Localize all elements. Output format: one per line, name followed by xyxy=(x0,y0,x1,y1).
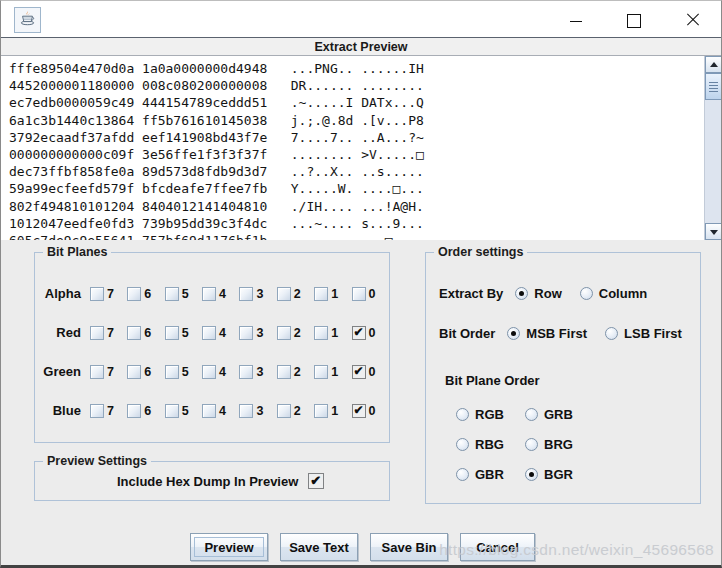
bit-plane-order-radio-bgr[interactable] xyxy=(525,468,538,481)
bit-number-label: 0 xyxy=(369,365,376,379)
bit-cell: 6 xyxy=(127,404,164,418)
bit-number-label: 4 xyxy=(219,365,226,379)
hex-line: 1012047eedfe0fd3 739b95dd39c3f4dc ...~..… xyxy=(9,215,703,232)
green-bit-5-checkbox[interactable] xyxy=(165,365,179,379)
scroll-down-icon[interactable] xyxy=(705,223,722,240)
channel-label: Alpha xyxy=(35,286,81,301)
red-bit-2-checkbox[interactable] xyxy=(277,326,291,340)
bit-planes-title: Bit Planes xyxy=(43,245,111,259)
alpha-bit-0-checkbox[interactable] xyxy=(352,287,366,301)
bit-cell: 7 xyxy=(90,326,127,340)
scroll-up-icon[interactable] xyxy=(705,56,722,73)
bit-plane-order-radio-gbr[interactable] xyxy=(456,468,469,481)
red-bit-7-checkbox[interactable] xyxy=(90,326,104,340)
blue-bit-7-checkbox[interactable] xyxy=(90,404,104,418)
green-bit-2-checkbox[interactable] xyxy=(277,365,291,379)
red-bit-5-checkbox[interactable] xyxy=(165,326,179,340)
bit-number-label: 7 xyxy=(107,326,114,340)
bit-number-label: 1 xyxy=(331,287,338,301)
bit-number-label: 1 xyxy=(331,404,338,418)
bit-cell: 3 xyxy=(239,287,276,301)
bit-order-label: Bit Order xyxy=(439,326,495,341)
hex-line: 4452000001180000 008c080200000008 DR....… xyxy=(9,77,703,94)
bit-plane-order-option: RGB xyxy=(456,407,525,422)
bit-order-radio-lsb-first[interactable] xyxy=(605,327,618,340)
preview-settings-title: Preview Settings xyxy=(43,454,151,468)
save-bin-button[interactable]: Save Bin xyxy=(370,533,448,561)
blue-bit-3-checkbox[interactable] xyxy=(239,404,253,418)
bit-cell: 1 xyxy=(314,404,351,418)
red-bit-1-checkbox[interactable] xyxy=(314,326,328,340)
green-bit-6-checkbox[interactable] xyxy=(127,365,141,379)
save-text-button[interactable]: Save Text xyxy=(280,533,358,561)
hex-line: 605c7de9c9e55641 757bf69d1176bf1b ......… xyxy=(9,232,703,240)
channel-label: Blue xyxy=(35,403,81,418)
bit-cell: 3 xyxy=(239,326,276,340)
window-menu-button[interactable] xyxy=(14,7,41,33)
green-bit-7-checkbox[interactable] xyxy=(90,365,104,379)
bit-plane-order-radio-brg[interactable] xyxy=(525,438,538,451)
green-bit-3-checkbox[interactable] xyxy=(239,365,253,379)
alpha-bit-1-checkbox[interactable] xyxy=(314,287,328,301)
hex-line: 000000000000c09f 3e56ffe1f3f3f37f ......… xyxy=(9,146,703,163)
bit-plane-order-option: BGR xyxy=(525,467,573,482)
bit-number-label: 6 xyxy=(144,326,151,340)
red-bit-6-checkbox[interactable] xyxy=(127,326,141,340)
alpha-bit-7-checkbox[interactable] xyxy=(90,287,104,301)
close-icon[interactable] xyxy=(686,13,700,27)
bit-number-label: 3 xyxy=(256,365,263,379)
bit-plane-order-option: GBR xyxy=(456,467,525,482)
bit-cell: 0 xyxy=(352,326,389,340)
alpha-bit-6-checkbox[interactable] xyxy=(127,287,141,301)
blue-bit-6-checkbox[interactable] xyxy=(127,404,141,418)
alpha-bit-5-checkbox[interactable] xyxy=(165,287,179,301)
scrollbar-thumb[interactable] xyxy=(705,73,722,100)
bit-cell: 6 xyxy=(127,287,164,301)
bit-plane-order-radio-grb[interactable] xyxy=(525,408,538,421)
preview-button[interactable]: Preview xyxy=(190,533,268,561)
red-bit-3-checkbox[interactable] xyxy=(239,326,253,340)
include-hex-dump-checkbox[interactable] xyxy=(308,473,324,489)
bit-plane-order-radio-rgb[interactable] xyxy=(456,408,469,421)
bit-number-label: 6 xyxy=(144,287,151,301)
bit-plane-order-option-label: GBR xyxy=(475,467,504,482)
bit-cell: 2 xyxy=(277,404,314,418)
extract-by-option: Column xyxy=(580,286,647,301)
bit-number-label: 3 xyxy=(256,404,263,418)
bit-number-label: 7 xyxy=(107,365,114,379)
dialog-buttons: Preview Save Text Save Bin Cancel xyxy=(190,533,535,561)
alpha-bit-2-checkbox[interactable] xyxy=(277,287,291,301)
extract-by-radio-column[interactable] xyxy=(580,287,593,300)
bit-plane-order-option-label: RGB xyxy=(475,407,504,422)
bit-order-radio-msb-first[interactable] xyxy=(507,327,520,340)
extract-by-radio-row[interactable] xyxy=(515,287,528,300)
red-bit-0-checkbox[interactable] xyxy=(352,326,366,340)
green-bit-1-checkbox[interactable] xyxy=(314,365,328,379)
bit-number-label: 1 xyxy=(331,365,338,379)
green-bit-0-checkbox[interactable] xyxy=(352,365,366,379)
bit-number-label: 4 xyxy=(219,404,226,418)
alpha-bit-4-checkbox[interactable] xyxy=(202,287,216,301)
bit-cell: 2 xyxy=(277,365,314,379)
bit-plane-order-option: BRG xyxy=(525,437,573,452)
bit-plane-row: Red76543210 xyxy=(35,313,389,352)
blue-bit-1-checkbox[interactable] xyxy=(314,404,328,418)
bit-plane-order-option-label: RBG xyxy=(475,437,504,452)
green-bit-4-checkbox[interactable] xyxy=(202,365,216,379)
bit-number-label: 2 xyxy=(294,404,301,418)
cancel-button[interactable]: Cancel xyxy=(460,533,535,561)
bit-plane-order-grid: RGBGRBRBGBRGGBRBGR xyxy=(456,399,573,489)
minimize-icon[interactable] xyxy=(569,13,583,27)
blue-bit-2-checkbox[interactable] xyxy=(277,404,291,418)
blue-bit-5-checkbox[interactable] xyxy=(165,404,179,418)
bit-plane-order-radio-rbg[interactable] xyxy=(456,438,469,451)
vertical-scrollbar[interactable] xyxy=(704,56,721,240)
maximize-icon[interactable] xyxy=(626,13,640,27)
blue-bit-0-checkbox[interactable] xyxy=(352,404,366,418)
alpha-bit-3-checkbox[interactable] xyxy=(239,287,253,301)
bit-number-label: 5 xyxy=(182,287,189,301)
hex-line: fffe89504e470d0a 1a0a0000000d4948 ...PNG… xyxy=(9,60,703,77)
red-bit-4-checkbox[interactable] xyxy=(202,326,216,340)
bit-cell: 5 xyxy=(165,365,202,379)
blue-bit-4-checkbox[interactable] xyxy=(202,404,216,418)
